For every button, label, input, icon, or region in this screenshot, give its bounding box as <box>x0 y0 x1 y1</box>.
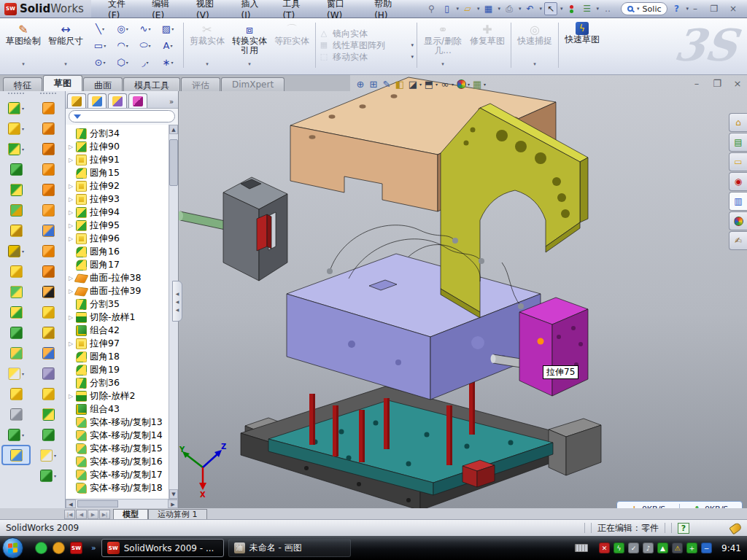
featuremanager-tab-icon[interactable] <box>67 93 86 108</box>
delete-icon-caret[interactable]: ▾ <box>54 453 56 458</box>
tab-nav-0[interactable]: |◀ <box>64 510 75 519</box>
text-icon[interactable]: A▾ <box>157 37 179 53</box>
start-button[interactable] <box>2 537 23 559</box>
doc-minimize-button[interactable]: – <box>690 78 703 89</box>
move-copy-body-icon[interactable] <box>1 343 31 363</box>
tree-horizontal-scrollbar[interactable]: ◀ ▶ <box>66 499 178 508</box>
trim-surface-icon[interactable] <box>34 322 63 343</box>
network-warning-icon[interactable]: ⚠ <box>672 542 683 553</box>
delete-body-icon-caret[interactable]: ▾ <box>22 371 24 376</box>
draft-icon[interactable] <box>1 200 31 220</box>
measure-icon[interactable] <box>1 445 31 465</box>
tree-item[interactable]: 圆角15 <box>69 166 169 179</box>
search-input[interactable]: Solic <box>643 4 662 14</box>
fillet-icon-caret[interactable]: ▾ <box>22 147 24 152</box>
tree-item[interactable]: ▷拉伸90 <box>69 140 169 153</box>
tree-item[interactable]: 圆角19 <box>69 363 169 376</box>
move-entities-button[interactable]: ⬚移动实体▾ <box>319 52 414 61</box>
open-caret[interactable]: ▾ <box>477 6 480 12</box>
undo-caret[interactable]: ▾ <box>540 6 543 12</box>
panel-tabs-overflow-icon[interactable]: » <box>166 98 177 108</box>
panel-splitter-handle[interactable]: ◀◀◀ <box>172 281 182 322</box>
new-caret[interactable]: ▾ <box>456 6 459 12</box>
part-red-block[interactable] <box>462 460 495 487</box>
save-caret[interactable]: ▾ <box>498 6 501 12</box>
rectangle-icon[interactable]: ▭▾ <box>89 37 111 53</box>
intersect-icon[interactable] <box>1 281 31 302</box>
clock[interactable]: 9:41 <box>721 543 741 553</box>
new-document-icon[interactable]: ▯ <box>440 2 453 15</box>
lofted-surface-icon[interactable] <box>34 159 63 179</box>
boundary-surface-icon[interactable] <box>34 179 63 200</box>
extruded-cut-icon-caret[interactable]: ▾ <box>22 106 24 111</box>
expand-arrow-icon[interactable]: ▷ <box>69 341 76 347</box>
view-orientation-icon[interactable]: ⬒▾ <box>423 78 438 90</box>
volume-icon[interactable]: ♪ <box>643 542 654 553</box>
smart-dimension-button[interactable]: ↔ 智能尺寸▾ <box>45 20 86 70</box>
delete-icon[interactable]: ▾ <box>34 445 63 465</box>
fillet-surface-icon[interactable] <box>34 404 63 424</box>
tab-评估[interactable]: 评估 <box>181 77 220 91</box>
rib-icon[interactable] <box>1 261 31 281</box>
axis-icon[interactable] <box>1 404 31 424</box>
knit-surface-icon[interactable] <box>34 302 63 322</box>
point-icon[interactable]: ∗▾ <box>157 54 179 70</box>
offset-surface-icon[interactable] <box>34 220 63 241</box>
tree-item[interactable]: ▷切除-放样1 <box>69 311 169 324</box>
quick-tips-icon[interactable]: ? <box>678 523 689 534</box>
combine-icon[interactable] <box>1 322 31 343</box>
viewport-canvas[interactable]: Y Z X <box>179 75 747 508</box>
split-icon[interactable] <box>1 302 31 322</box>
part-cavity-insert[interactable] <box>179 177 287 281</box>
resources-home-icon[interactable]: ⌂ <box>729 113 747 132</box>
mirror-entities-button[interactable]: △镜向实体 <box>319 29 414 38</box>
print-caret[interactable]: ▾ <box>519 6 522 12</box>
slot-icon[interactable]: ⊙▾ <box>89 54 111 70</box>
convert-entities-button[interactable]: ⧈ 转换实体引用▾ <box>229 20 270 70</box>
revolved-surface-icon[interactable] <box>34 118 63 139</box>
keyboard-layout-icon[interactable] <box>575 544 588 552</box>
scroll-right-icon[interactable]: ▶ <box>168 499 178 508</box>
sync-icon[interactable]: ▲ <box>657 542 668 553</box>
tree-item[interactable]: 实体-移动/复制14 <box>69 429 169 442</box>
file-explorer-icon[interactable]: ▭ <box>729 152 747 171</box>
scene-icon-caret[interactable]: ▾ <box>484 82 486 87</box>
appearances-pane-icon[interactable] <box>729 211 747 230</box>
tree-item[interactable]: ▷拉伸94 <box>69 206 169 219</box>
tree-item[interactable]: 分割35 <box>69 298 169 311</box>
hide-show-icon-caret[interactable]: ▾ <box>452 82 454 87</box>
fillet-icon[interactable]: ▾ <box>1 139 31 159</box>
expand-arrow-icon[interactable]: ▷ <box>69 222 76 229</box>
linear-pattern-button[interactable]: ▦线性草图阵列▾ <box>319 41 414 50</box>
taskbar-button[interactable]: 油未命名 - 画图 <box>228 539 351 557</box>
planar-surface-icon[interactable] <box>34 200 63 220</box>
scene-icon[interactable]: ▦▾ <box>471 78 486 90</box>
expand-arrow-icon[interactable]: ▷ <box>69 157 76 163</box>
delete-face-icon[interactable] <box>34 281 63 302</box>
cylinder-surface-icon[interactable] <box>34 424 63 445</box>
tree-item[interactable]: ▷拉伸93 <box>69 192 169 206</box>
part-yellow-bracket[interactable] <box>441 104 588 318</box>
tree-item[interactable]: 组合43 <box>69 402 169 416</box>
doc-close-button[interactable]: × <box>731 78 744 89</box>
part-core-block[interactable] <box>287 254 541 400</box>
expand-arrow-icon[interactable]: ▷ <box>69 236 76 242</box>
scroll-down-icon[interactable]: ▼ <box>169 489 178 499</box>
curve-icon-caret[interactable]: ▾ <box>22 432 24 438</box>
rebuild-icon[interactable] <box>565 2 578 15</box>
search-box[interactable]: ▾ Solic <box>621 2 667 15</box>
tab-特征[interactable]: 特征 <box>3 77 42 91</box>
circle-icon[interactable]: ◎▾ <box>112 20 133 36</box>
tree-item[interactable]: 实体-移动/复制13 <box>69 416 169 429</box>
custom-properties-icon[interactable]: ✍ <box>729 231 747 250</box>
tree-item[interactable]: ▷拉伸96 <box>69 232 169 245</box>
hscroll-thumb[interactable] <box>77 500 118 508</box>
line-icon[interactable]: ╲▾ <box>89 20 111 36</box>
minimize-button[interactable]: – <box>689 4 702 14</box>
boss-extrude-icon[interactable]: ▾ <box>1 118 31 139</box>
scroll-up-icon[interactable]: ▲ <box>169 125 178 134</box>
section-view-icon[interactable]: ◧ <box>394 78 406 90</box>
elbow-surface-icon[interactable] <box>34 261 63 281</box>
tree-item[interactable]: 圆角18 <box>69 350 169 363</box>
tree-item[interactable]: ▷曲面-拉伸38 <box>69 271 169 284</box>
